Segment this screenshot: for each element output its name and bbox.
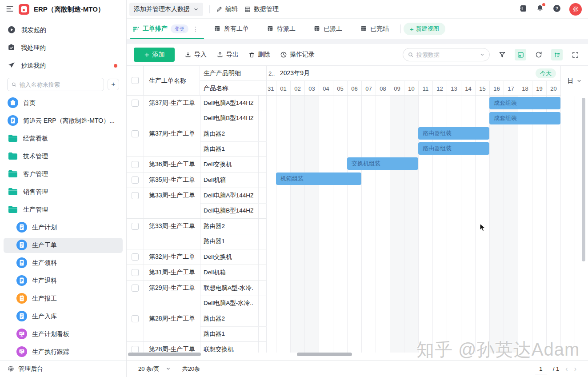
sidebar-item-技术管理[interactable]: 技术管理 bbox=[0, 148, 126, 165]
card-settings-button[interactable] bbox=[515, 49, 526, 60]
product-row[interactable]: Dell交换机 bbox=[127, 157, 267, 172]
data-search-input[interactable] bbox=[403, 48, 490, 61]
data-manage-button[interactable]: 数据管理 bbox=[244, 5, 279, 13]
new-view-button[interactable]: + 新建视图 bbox=[404, 23, 445, 35]
gantt-bar[interactable]: 路由器组装 bbox=[418, 127, 489, 140]
app-logo-icon[interactable] bbox=[19, 4, 29, 15]
product-row[interactable]: 路由器2 bbox=[127, 311, 267, 326]
tab-所有工单[interactable]: 所有工单 bbox=[205, 19, 258, 39]
product-name: 路由器2 bbox=[204, 311, 253, 326]
tab-work-order-scheduling[interactable]: 工单排产 变更 ⋮ bbox=[129, 19, 205, 39]
tab-已完结[interactable]: 已完结 bbox=[351, 19, 398, 39]
time-scale-dropdown[interactable]: 日 bbox=[560, 66, 588, 96]
work-order-group: 第28周-生产工单路由器2路由器1 bbox=[127, 311, 267, 342]
product-row[interactable]: 路由器1 bbox=[127, 234, 267, 249]
add-button[interactable]: 添加 bbox=[134, 48, 175, 62]
product-name: 路由器2 bbox=[204, 219, 253, 234]
delete-button[interactable]: 删除 bbox=[248, 51, 270, 59]
sidebar-item-经营看板[interactable]: 经营看板 bbox=[0, 130, 126, 148]
edit-button[interactable]: 编辑 bbox=[216, 5, 238, 13]
sidebar-item[interactable]: 抄送我的 bbox=[0, 57, 126, 75]
funnel-icon bbox=[498, 51, 506, 59]
filter-button[interactable] bbox=[496, 49, 508, 60]
product-row[interactable]: Dell机箱 bbox=[127, 265, 267, 280]
divider bbox=[400, 24, 401, 33]
product-row[interactable]: Dell电脑B型144HZ bbox=[127, 203, 267, 218]
data-search-field[interactable] bbox=[416, 52, 477, 58]
grid-toolbar: 添加 导入 导出 删除 操作记录 bbox=[127, 44, 588, 65]
sidebar-item-生产领料[interactable]: 生产领料 bbox=[0, 254, 126, 272]
chevron-down-icon[interactable] bbox=[480, 52, 485, 57]
chevron-down-icon bbox=[576, 78, 582, 84]
today-button[interactable]: 今天 bbox=[536, 68, 556, 78]
operation-log-button[interactable]: 操作记录 bbox=[280, 51, 315, 59]
sidebar-search-field[interactable] bbox=[20, 81, 100, 88]
sidebar-item-客户管理[interactable]: 客户管理 bbox=[0, 165, 126, 183]
product-row[interactable]: Dell电脑A型144HZ bbox=[127, 96, 267, 111]
gantt-bar[interactable]: 交换机组装 bbox=[347, 157, 418, 170]
product-row[interactable]: 路由器1 bbox=[127, 326, 267, 341]
day-header: 12 bbox=[432, 81, 447, 95]
play-icon bbox=[7, 25, 16, 36]
table-icon bbox=[244, 6, 251, 13]
tab-已派工[interactable]: 已派工 bbox=[304, 19, 351, 39]
sidebar-item-生产管理[interactable]: 生产管理 bbox=[0, 201, 126, 219]
export-button[interactable]: 导出 bbox=[216, 51, 239, 59]
sidebar-add-button[interactable]: + bbox=[108, 79, 119, 90]
sidebar-item-生产工单[interactable]: 生产工单 bbox=[0, 237, 126, 254]
sidebar-search-input[interactable] bbox=[7, 78, 104, 91]
gantt-bar[interactable]: 成套组装 bbox=[489, 112, 560, 124]
tab-active-label: 工单排产 bbox=[143, 25, 168, 33]
page-size-dropdown[interactable]: 20 条/页 bbox=[138, 365, 171, 373]
sidebar-item-简道云 ERP（离散制造-MTO）...[interactable]: 简道云 ERP（离散制造-MTO）... bbox=[0, 112, 126, 130]
product-row[interactable]: Dell机箱 bbox=[127, 172, 267, 188]
clock-icon bbox=[280, 51, 287, 58]
refresh-button[interactable] bbox=[533, 49, 544, 60]
sidebar-item-生产计划看板[interactable]: 生产计划看板 bbox=[0, 325, 126, 343]
sidebar-item-生产入库[interactable]: 生产入库 bbox=[0, 308, 126, 325]
sidebar-item-销售管理[interactable]: 销售管理 bbox=[0, 183, 126, 201]
contacts-book-icon[interactable] bbox=[519, 4, 528, 14]
gantt-hscrollbar[interactable] bbox=[297, 353, 352, 356]
row-height-button[interactable] bbox=[551, 49, 563, 60]
scope-dropdown[interactable]: 添加并管理本人数据 bbox=[129, 3, 203, 16]
avatar[interactable]: 张 bbox=[569, 3, 582, 16]
sidebar-item-生产报工[interactable]: 生产报工 bbox=[0, 290, 126, 308]
product-row[interactable]: Dell电脑A型-水冷... bbox=[127, 296, 267, 311]
product-row[interactable]: 联想电脑A型-水冷... bbox=[127, 281, 267, 296]
sidebar-item-生产执行跟踪[interactable]: 生产执行跟踪 bbox=[0, 343, 126, 360]
product-row[interactable]: 路由器2 bbox=[127, 126, 267, 141]
product-row[interactable]: Dell电脑A型144HZ bbox=[127, 188, 267, 203]
sidebar-item-生产计划[interactable]: 生产计划 bbox=[0, 219, 126, 237]
select-all-checkbox[interactable] bbox=[132, 77, 139, 84]
product-row[interactable]: 路由器1 bbox=[127, 141, 267, 156]
admin-backend-button[interactable]: 管理后台 bbox=[0, 360, 126, 377]
prev-page-icon[interactable]: ‹ bbox=[565, 365, 568, 373]
fullscreen-button[interactable] bbox=[569, 49, 581, 60]
import-button[interactable]: 导入 bbox=[184, 51, 207, 59]
gantt-bar[interactable]: 路由器组装 bbox=[418, 142, 489, 155]
product-row[interactable]: Dell交换机 bbox=[127, 249, 267, 265]
product-row[interactable]: 联想交换机 bbox=[127, 342, 267, 353]
gantt-bar[interactable]: 成套组装 bbox=[489, 97, 560, 109]
product-row[interactable]: Dell电脑B型144HZ bbox=[127, 111, 267, 126]
scale-label: 日 bbox=[568, 77, 574, 85]
next-page-icon[interactable]: › bbox=[574, 365, 576, 373]
sidebar-item[interactable]: 我发起的 bbox=[0, 21, 126, 39]
divider bbox=[209, 5, 210, 13]
sidebar-item[interactable]: 我处理的 bbox=[0, 39, 126, 57]
product-row[interactable]: 路由器2 bbox=[127, 219, 267, 234]
hamburger-icon[interactable] bbox=[5, 4, 14, 15]
help-icon[interactable]: ? bbox=[552, 4, 561, 14]
tab-待派工[interactable]: 待派工 bbox=[258, 19, 304, 39]
gantt-vscrollbar[interactable] bbox=[582, 98, 585, 261]
sidebar-item-生产退料[interactable]: 生产退料 bbox=[0, 272, 126, 290]
sidebar-item-首页[interactable]: 首页 bbox=[0, 94, 126, 112]
gantt-bar[interactable]: 机箱组装 bbox=[276, 172, 361, 185]
admin-backend-label: 管理后台 bbox=[18, 365, 43, 373]
left-panel-hscrollbar[interactable] bbox=[128, 353, 201, 356]
day-header: 05 bbox=[333, 81, 347, 95]
page-number-input[interactable]: 1 bbox=[535, 364, 547, 374]
tab-more-icon[interactable]: ⋮ bbox=[192, 25, 200, 32]
notifications-bell-icon[interactable] bbox=[536, 4, 544, 14]
